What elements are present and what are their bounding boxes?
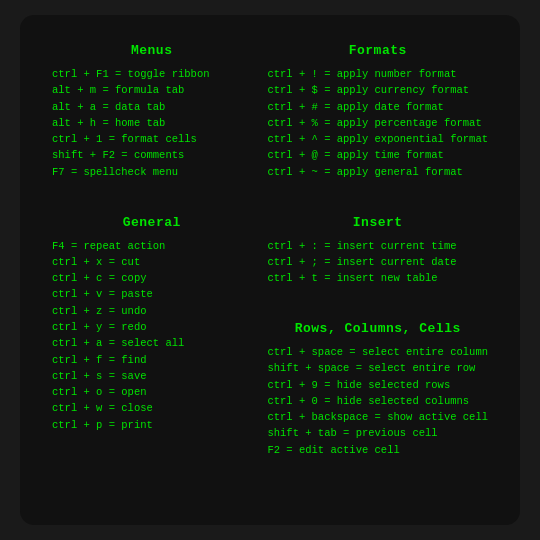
shortcut-item: shift + tab = previous cell: [267, 425, 488, 441]
shortcut-item: alt + m = formula tab: [52, 82, 251, 98]
shortcut-item: ctrl + a = select all: [52, 335, 251, 351]
shortcut-item: ctrl + ! = apply number format: [267, 66, 488, 82]
shortcut-item: ctrl + % = apply percentage format: [267, 115, 488, 131]
shortcut-item: ctrl + @ = apply time format: [267, 147, 488, 163]
menus-title: Menus: [52, 41, 251, 61]
shortcut-item: F4 = repeat action: [52, 238, 251, 254]
section-menus: Menus ctrl + F1 = toggle ribbonalt + m =…: [44, 37, 259, 209]
rows-cols-title: Rows, Columns, Cells: [267, 319, 488, 339]
shortcut-item: ctrl + # = apply date format: [267, 99, 488, 115]
shortcut-item: ctrl + p = print: [52, 417, 251, 433]
section-rows-cols: Rows, Columns, Cells ctrl + space = sele…: [259, 315, 496, 487]
shortcut-item: ctrl + z = undo: [52, 303, 251, 319]
shortcut-item: ctrl + 9 = hide selected rows: [267, 377, 488, 393]
formats-items: ctrl + ! = apply number formatctrl + $ =…: [267, 66, 488, 180]
section-general: General F4 = repeat actionctrl + x = cut…: [44, 209, 259, 487]
shortcut-item: ctrl + F1 = toggle ribbon: [52, 66, 251, 82]
shortcut-item: ctrl + w = close: [52, 400, 251, 416]
shortcut-item: ctrl + x = cut: [52, 254, 251, 270]
shortcut-item: F7 = spellcheck menu: [52, 164, 251, 180]
shortcut-item: ctrl + v = paste: [52, 286, 251, 302]
shortcut-item: ctrl + c = copy: [52, 270, 251, 286]
mousepad: Menus ctrl + F1 = toggle ribbonalt + m =…: [20, 15, 520, 525]
shortcut-item: ctrl + ^ = apply exponential format: [267, 131, 488, 147]
shortcut-item: shift + F2 = comments: [52, 147, 251, 163]
shortcut-item: ctrl + y = redo: [52, 319, 251, 335]
section-formats: Formats ctrl + ! = apply number formatct…: [259, 37, 496, 209]
general-items: F4 = repeat actionctrl + x = cutctrl + c…: [52, 238, 251, 433]
general-title: General: [52, 213, 251, 233]
shortcut-item: ctrl + ; = insert current date: [267, 254, 488, 270]
insert-items: ctrl + : = insert current timectrl + ; =…: [267, 238, 488, 287]
shortcut-item: F2 = edit active cell: [267, 442, 488, 458]
shortcut-item: ctrl + f = find: [52, 352, 251, 368]
shortcut-item: alt + a = data tab: [52, 99, 251, 115]
shortcut-item: ctrl + ~ = apply general format: [267, 164, 488, 180]
section-insert: Insert ctrl + : = insert current timectr…: [259, 209, 496, 315]
shortcut-item: ctrl + t = insert new table: [267, 270, 488, 286]
shortcut-item: alt + h = home tab: [52, 115, 251, 131]
shortcut-item: ctrl + o = open: [52, 384, 251, 400]
insert-title: Insert: [267, 213, 488, 233]
shortcut-item: ctrl + : = insert current time: [267, 238, 488, 254]
shortcut-item: ctrl + 1 = format cells: [52, 131, 251, 147]
shortcut-item: ctrl + s = save: [52, 368, 251, 384]
shortcut-item: ctrl + $ = apply currency format: [267, 82, 488, 98]
shortcut-item: ctrl + space = select entire column: [267, 344, 488, 360]
shortcut-item: ctrl + 0 = hide selected columns: [267, 393, 488, 409]
shortcut-item: shift + space = select entire row: [267, 360, 488, 376]
rows-cols-items: ctrl + space = select entire columnshift…: [267, 344, 488, 458]
formats-title: Formats: [267, 41, 488, 61]
shortcut-item: ctrl + backspace = show active cell: [267, 409, 488, 425]
menus-items: ctrl + F1 = toggle ribbonalt + m = formu…: [52, 66, 251, 180]
